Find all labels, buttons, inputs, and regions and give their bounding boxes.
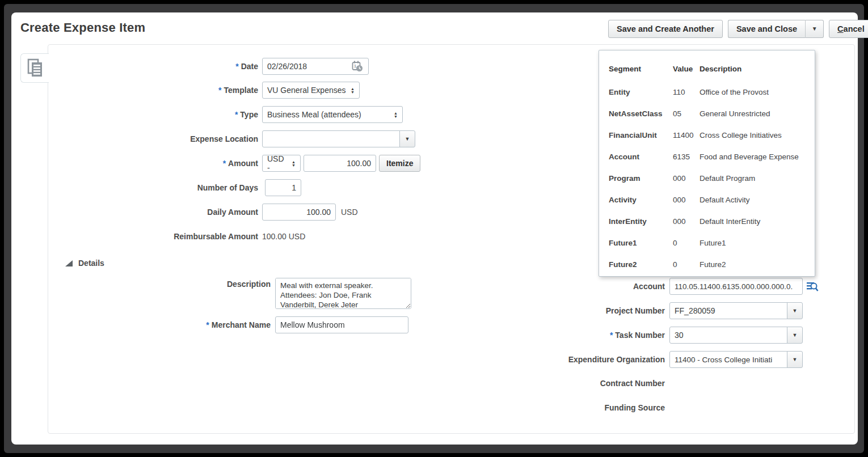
segment-value: 05	[673, 103, 700, 124]
col-header-segment: Segment	[609, 56, 673, 81]
disclosure-triangle-icon	[65, 260, 73, 266]
cancel-button[interactable]: Cancel	[829, 20, 868, 38]
description-textarea[interactable]	[275, 278, 411, 309]
chevron-down-icon: ▼	[793, 357, 798, 362]
segment-value: 000	[673, 189, 700, 210]
required-marker: *	[223, 159, 226, 168]
template-select[interactable]: VU General Expenses ▲▼	[262, 82, 360, 99]
expenditure-organization-input[interactable]: 11400 - Cross College Initiati	[669, 351, 787, 368]
description-row: Description	[57, 278, 411, 309]
segment-name: FinancialUnit	[609, 124, 673, 146]
project-number-dropdown-button[interactable]: ▼	[787, 302, 803, 319]
contract-number-label: Contract Number	[488, 379, 665, 388]
segment-description: Default Program	[700, 167, 815, 189]
spinner-icon: ▲▼	[292, 160, 296, 167]
expense-item-tab[interactable]	[20, 53, 49, 83]
segment-name: InterEntity	[609, 210, 673, 232]
segment-description: Future1	[700, 232, 815, 253]
daily-amount-row: Daily Amount USD	[57, 204, 358, 221]
segment-name: Activity	[609, 189, 673, 210]
chevron-down-icon: ▼	[405, 137, 410, 142]
account-label: Account	[488, 282, 665, 291]
segment-name: Future1	[609, 232, 673, 253]
segment-value: 110	[673, 81, 700, 103]
expense-location-label: Expense Location	[57, 134, 258, 143]
save-and-close-menu-button[interactable]: ▼	[805, 20, 824, 38]
currency-select[interactable]: USD - ▲▼	[262, 155, 301, 172]
segment-value: 0	[673, 253, 700, 275]
currency-value: USD -	[267, 154, 287, 172]
daily-amount-input[interactable]	[262, 204, 336, 221]
spinner-icon: ▲▼	[394, 112, 398, 118]
number-of-days-input[interactable]	[265, 179, 301, 196]
account-row: Account 110.05.11400.6135.000.000.000.0.	[488, 278, 803, 295]
expense-location-dropdown-button[interactable]: ▼	[399, 130, 415, 147]
description-label: Description	[57, 278, 271, 289]
segment-description: Default Activity	[700, 189, 815, 210]
document-pages-icon	[26, 58, 44, 78]
page-title: Create Expense Item	[20, 20, 145, 35]
calendar-clock-icon[interactable]: 1	[351, 60, 364, 73]
task-number-label: Task Number	[615, 331, 665, 340]
type-value: Business Meal (attendees)	[267, 110, 361, 119]
save-and-create-another-button[interactable]: Save and Create Another	[608, 20, 723, 38]
cancel-label: ancel	[844, 24, 865, 33]
account-segments-popup: Segment Value Description Entity 110 Off…	[599, 50, 815, 277]
template-row: *Template VU General Expenses ▲▼	[57, 82, 360, 99]
account-input[interactable]: 110.05.11400.6135.000.000.000.0.	[669, 278, 803, 295]
account-lookup-icon[interactable]	[806, 280, 819, 294]
expense-location-row: Expense Location ▼	[57, 130, 415, 147]
spinner-icon: ▲▼	[351, 87, 355, 94]
number-of-days-row: Number of Days	[57, 179, 301, 196]
col-header-description: Description	[700, 56, 815, 81]
amount-label: Amount	[228, 159, 258, 168]
segment-name: Entity	[609, 81, 673, 103]
date-label: Date	[241, 62, 258, 71]
svg-text:1: 1	[354, 64, 356, 68]
project-number-input[interactable]: FF_280059	[669, 302, 787, 319]
segment-value: 000	[673, 167, 700, 189]
required-marker: *	[206, 320, 209, 329]
project-number-row: Project Number FF_280059 ▼	[488, 302, 803, 319]
expenditure-organization-label: Expenditure Organization	[488, 355, 665, 364]
required-marker: *	[610, 331, 613, 340]
merchant-name-input[interactable]	[275, 316, 408, 333]
segment-value: 6135	[673, 146, 700, 167]
date-value: 02/26/2018	[267, 62, 307, 71]
merchant-name-row: *Merchant Name	[57, 316, 408, 333]
number-of-days-label: Number of Days	[57, 183, 258, 192]
type-select[interactable]: Business Meal (attendees) ▲▼	[262, 106, 403, 123]
template-label: Template	[224, 86, 258, 95]
task-number-dropdown-button[interactable]: ▼	[787, 327, 803, 344]
cancel-accesskey: C	[837, 24, 843, 33]
date-row: *Date 02/26/2018 1	[57, 58, 369, 75]
expense-location-input[interactable]	[262, 130, 400, 147]
template-value: VU General Expenses	[267, 86, 346, 95]
merchant-name-label: Merchant Name	[212, 320, 271, 329]
task-number-input[interactable]: 30	[669, 327, 787, 344]
toolbar: Save and Create Another Save and Close ▼…	[608, 20, 868, 38]
segments-table: Segment Value Description Entity 110 Off…	[609, 56, 815, 275]
chevron-down-icon: ▼	[793, 333, 798, 338]
amount-row: *Amount USD - ▲▼ Itemize	[57, 155, 420, 172]
segment-description: Office of the Provost	[700, 81, 815, 103]
amount-input[interactable]	[304, 155, 376, 172]
daily-amount-currency-suffix: USD	[341, 208, 358, 217]
required-marker: *	[218, 86, 221, 95]
itemize-button[interactable]: Itemize	[379, 155, 420, 172]
segment-name: Account	[609, 146, 673, 167]
segment-description: Default InterEntity	[700, 210, 815, 232]
save-and-close-button[interactable]: Save and Close	[728, 20, 805, 38]
chevron-down-icon: ▼	[793, 308, 798, 314]
expenditure-organization-dropdown-button[interactable]: ▼	[787, 351, 803, 368]
details-section-header[interactable]: Details	[65, 259, 104, 268]
date-input[interactable]: 02/26/2018 1	[262, 58, 369, 75]
type-label: Type	[240, 110, 258, 119]
funding-source-row: Funding Source	[488, 399, 665, 416]
reimbursable-amount-value: 100.00 USD	[262, 232, 305, 241]
segment-name: Program	[609, 167, 673, 189]
segment-value: 0	[673, 232, 700, 253]
segment-description: Cross College Initiatives	[700, 124, 815, 146]
project-number-label: Project Number	[488, 306, 665, 315]
segment-name: Future2	[609, 253, 673, 275]
